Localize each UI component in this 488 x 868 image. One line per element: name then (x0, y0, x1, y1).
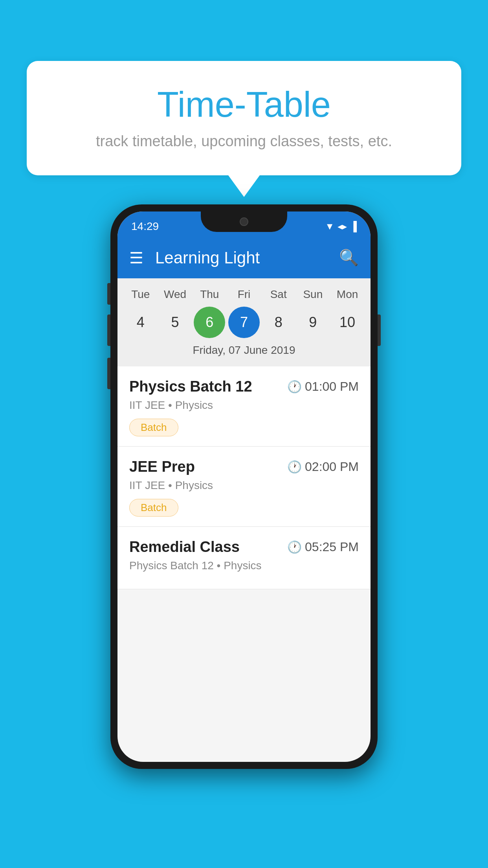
day-label-wed: Wed (160, 288, 191, 301)
date-cell-7-selected[interactable]: 7 (228, 307, 260, 338)
bubble-tail (228, 175, 260, 197)
phone-outer-shell: 14:29 ▼ ◂▸ ▐ ☰ Learning Light 🔍 Tue Wed … (110, 204, 378, 769)
feature-title: Time-Table (58, 85, 430, 125)
selected-date-label: Friday, 07 June 2019 (123, 344, 365, 360)
clock-icon: 🕐 (287, 380, 302, 394)
speech-bubble-section: Time-Table track timetable, upcoming cla… (27, 61, 461, 197)
schedule-item-subtitle-3: Physics Batch 12 • Physics (129, 559, 359, 572)
battery-icon: ▐ (350, 221, 357, 232)
hamburger-menu-icon[interactable]: ☰ (129, 250, 143, 266)
date-cell-9[interactable]: 9 (297, 307, 328, 338)
time-label-2: 02:00 PM (305, 460, 359, 474)
front-camera (240, 217, 248, 226)
calendar-section: Tue Wed Thu Fri Sat Sun Mon 4 5 6 7 8 9 … (117, 278, 371, 366)
signal-icon: ◂▸ (338, 221, 347, 232)
wifi-icon: ▼ (325, 221, 334, 232)
schedule-item-header: Physics Batch 12 🕐 01:00 PM (129, 378, 359, 395)
schedule-item-header-3: Remedial Class 🕐 05:25 PM (129, 539, 359, 555)
phone-screen: 14:29 ▼ ◂▸ ▐ ☰ Learning Light 🔍 Tue Wed … (117, 211, 371, 762)
date-cell-4[interactable]: 4 (125, 307, 156, 338)
clock-icon-2: 🕐 (287, 460, 302, 474)
app-bar-title: Learning Light (155, 248, 327, 267)
status-icons: ▼ ◂▸ ▐ (325, 221, 357, 232)
feature-subtitle: track timetable, upcoming classes, tests… (58, 133, 430, 150)
date-cell-6-today[interactable]: 6 (194, 307, 225, 338)
schedule-item-subtitle: IIT JEE • Physics (129, 399, 359, 412)
date-cell-8[interactable]: 8 (263, 307, 294, 338)
power-button (378, 314, 381, 346)
search-icon[interactable]: 🔍 (339, 248, 359, 267)
status-time: 14:29 (131, 220, 159, 233)
day-label-tue: Tue (125, 288, 156, 301)
day-label-thu: Thu (194, 288, 225, 301)
app-bar: ☰ Learning Light 🔍 (117, 237, 371, 278)
schedule-item-time: 🕐 01:00 PM (287, 379, 359, 394)
phone-mockup: 14:29 ▼ ◂▸ ▐ ☰ Learning Light 🔍 Tue Wed … (110, 204, 378, 769)
day-label-sun: Sun (297, 288, 328, 301)
schedule-item-title-3: Remedial Class (129, 539, 240, 555)
schedule-item-title: Physics Batch 12 (129, 378, 252, 395)
speech-bubble-card: Time-Table track timetable, upcoming cla… (27, 61, 461, 175)
day-label-sat: Sat (263, 288, 294, 301)
day-label-fri: Fri (228, 288, 260, 301)
schedule-item-jee-prep[interactable]: JEE Prep 🕐 02:00 PM IIT JEE • Physics Ba… (117, 447, 371, 527)
schedule-item-time-2: 🕐 02:00 PM (287, 460, 359, 474)
schedule-item-physics-batch[interactable]: Physics Batch 12 🕐 01:00 PM IIT JEE • Ph… (117, 366, 371, 447)
schedule-item-remedial[interactable]: Remedial Class 🕐 05:25 PM Physics Batch … (117, 527, 371, 589)
date-cell-5[interactable]: 5 (160, 307, 191, 338)
schedule-item-title-2: JEE Prep (129, 458, 195, 475)
schedule-item-header-2: JEE Prep 🕐 02:00 PM (129, 458, 359, 475)
time-label-3: 05:25 PM (305, 540, 359, 554)
schedule-item-subtitle-2: IIT JEE • Physics (129, 479, 359, 492)
day-label-mon: Mon (332, 288, 363, 301)
dates-row: 4 5 6 7 8 9 10 (123, 307, 365, 338)
time-label: 01:00 PM (305, 379, 359, 394)
volume-up-button (107, 314, 110, 346)
mute-button (107, 283, 110, 305)
schedule-list: Physics Batch 12 🕐 01:00 PM IIT JEE • Ph… (117, 366, 371, 589)
phone-notch (201, 211, 287, 232)
days-header: Tue Wed Thu Fri Sat Sun Mon (123, 288, 365, 301)
volume-down-button (107, 358, 110, 389)
batch-badge[interactable]: Batch (129, 419, 178, 436)
clock-icon-3: 🕐 (287, 540, 302, 554)
batch-badge-2[interactable]: Batch (129, 499, 178, 517)
date-cell-10[interactable]: 10 (332, 307, 363, 338)
schedule-item-time-3: 🕐 05:25 PM (287, 540, 359, 554)
